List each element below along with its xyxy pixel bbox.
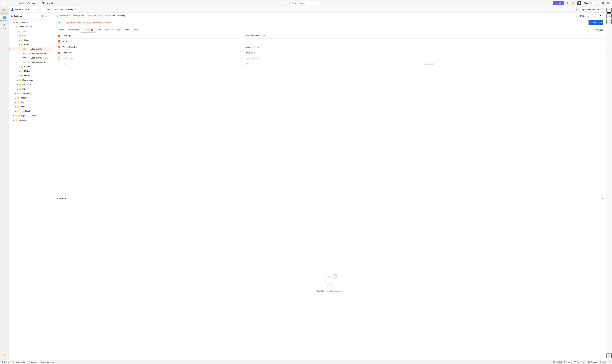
tree-item-executions[interactable]: ▶ 📁 Executions [9, 118, 53, 122]
send-dropdown-button[interactable]: ▾ [599, 20, 603, 25]
tree-item-delete[interactable]: ▶ 📁 Delete [9, 73, 53, 78]
code-snippet-button[interactable]: </> [606, 19, 612, 24]
postbot-button[interactable]: 🤖 Postbot [553, 361, 562, 363]
row-checkbox[interactable] [58, 63, 60, 65]
row-checkbox[interactable] [58, 52, 60, 54]
sidebar-item-history[interactable]: ⏱ History [1, 23, 8, 30]
tree-item-read-identity-sec[interactable]: GET Read an identity - Sec... [9, 51, 53, 56]
tenant-selector[interactable]: MyTenant CPROD ▾ [580, 8, 600, 11]
edit-button[interactable]: ✏ [592, 14, 597, 18]
sidebar-item-collections[interactable]: ⧉ Collections [1, 8, 8, 14]
tab-tests[interactable]: Tests [122, 27, 131, 33]
upgrade-button[interactable]: Upgrade ▾ [583, 1, 595, 5]
home-button[interactable]: Home [17, 1, 25, 5]
breadcrumb-item-2[interactable]: Identities [88, 14, 96, 16]
import-button[interactable]: Import [43, 8, 51, 11]
tab-add-button[interactable]: + [79, 8, 84, 11]
tree-item-memority-apis[interactable]: ▾ ⊞ Memority APIs [9, 20, 53, 25]
avatar[interactable]: U [577, 1, 581, 5]
sidebar-item-environments[interactable]: 🌐 Environments [1, 15, 8, 22]
tree-item-rights[interactable]: ▶ 📁 Rights [9, 104, 53, 109]
find-replace-button[interactable]: ⊟ Find and replace [12, 361, 27, 363]
row-checkbox[interactable] [58, 35, 60, 37]
info-button[interactable]: ℹ [606, 353, 612, 358]
invite-button[interactable]: ✦ Invite [553, 1, 564, 5]
tree-item-search[interactable]: ▶ 📁 Search [9, 65, 53, 69]
docs-button[interactable]: ☰ [598, 14, 603, 18]
tab-pre-request[interactable]: Pre-request Script [103, 27, 122, 33]
settings-button[interactable]: ⚙ [565, 1, 569, 5]
row-checkbox[interactable] [58, 46, 60, 48]
add-collection-button[interactable]: + [41, 14, 44, 18]
tree-item-read-identity[interactable]: GET Read an identity [9, 47, 53, 51]
breadcrumb-item-4[interactable]: Read [105, 14, 110, 16]
url-input[interactable] [65, 20, 588, 25]
sidebar-item-mock[interactable]: ⚡ [1, 351, 8, 358]
nav-forward-button[interactable]: → [12, 1, 15, 5]
grid-layout-button[interactable]: ⊞ [601, 8, 604, 12]
filter-button[interactable]: ☰ [44, 14, 48, 18]
tree-item-bulk[interactable]: ▶ 📁 Bulk [9, 87, 53, 91]
tab-chevron-icon[interactable]: ▾ [576, 8, 577, 11]
info-icon[interactable]: ℹ [240, 40, 245, 42]
info-icon[interactable]: ℹ [240, 46, 245, 48]
notifications-button[interactable]: 🔔 [571, 1, 576, 5]
tab-settings[interactable]: Settings [131, 27, 141, 33]
tree-item-crud[interactable]: ▾ 📁 CRUD [9, 33, 53, 38]
search-bar[interactable]: 🔍 Search Postman [287, 1, 322, 5]
maximize-button[interactable]: ⧉ [601, 1, 605, 5]
minimize-button[interactable]: ─ [596, 1, 600, 5]
method-dropdown[interactable]: GET ▾ [56, 20, 65, 25]
tree-item-update[interactable]: ▶ 📁 Update [9, 69, 53, 73]
row-checkbox[interactable] [58, 57, 60, 60]
response-toggle-icon[interactable]: ▾ [602, 197, 603, 200]
info-icon[interactable]: ℹ [240, 52, 245, 54]
comment-button[interactable]: 💬 [606, 13, 612, 18]
tab-body[interactable]: Body [95, 27, 103, 33]
more-button[interactable]: ··· [48, 14, 51, 18]
tab-params[interactable]: Params [56, 27, 66, 33]
console-button[interactable]: ▶ Console [29, 361, 37, 363]
tree-item-manage-configuration[interactable]: ▶ 📁 Manage configuration [9, 113, 53, 118]
close-button[interactable]: ✕ [606, 1, 610, 5]
tab-headers[interactable]: Headers 9 [81, 27, 95, 33]
start-proxy-button[interactable]: ⇄ Start Proxy [574, 361, 585, 363]
tree-item-password[interactable]: ▶ 📁 Password [9, 82, 53, 87]
tree-item-manage-objects[interactable]: ▾ 📁 Manage objects [9, 25, 53, 29]
api-network-button[interactable]: API Network ▾ [41, 1, 55, 5]
save-button[interactable]: 💾 Save ▾ [579, 14, 591, 18]
hamburger-button[interactable]: ☰ [2, 1, 5, 5]
header-value-placeholder[interactable]: Value [245, 62, 424, 66]
tree-item-resources[interactable]: ▶ 📁 Resources [9, 96, 53, 100]
runner-button[interactable]: ▶ Runner [564, 361, 572, 363]
breadcrumb-item-0[interactable]: Memority APIs [59, 14, 71, 16]
workspaces-button[interactable]: Workspaces ▾ [26, 1, 40, 5]
nav-back-button[interactable]: ← [7, 1, 11, 5]
online-status[interactable]: Online [2, 361, 9, 363]
tab-close-icon[interactable]: ✕ [75, 8, 77, 11]
breadcrumb-item-1[interactable]: Manage objects [73, 14, 87, 16]
row-checkbox[interactable] [58, 40, 60, 42]
tree-item-read-identity-my[interactable]: GET Read an identity - My ... [9, 56, 53, 60]
tree-item-role-assignment[interactable]: ▶ 📁 Role assignment [9, 78, 53, 82]
trash-button[interactable]: 🗑 Trash [599, 361, 606, 363]
tree-item-organization[interactable]: ▶ 📁 Organization [9, 91, 53, 96]
tree-item-read-identity-rol[interactable]: GET Read an identity - Rol... [9, 60, 53, 65]
save-request-button[interactable]: 💾 [606, 8, 612, 13]
cookies-button[interactable]: 🍪 Cookies [588, 361, 597, 363]
tree-item-create[interactable]: ▶ 📁 Create [9, 38, 53, 42]
tree-item-model-loader[interactable]: ▶ 📁 Model loader [9, 109, 53, 113]
header-key-placeholder[interactable]: Key [62, 62, 240, 66]
cookies-link[interactable]: Cookies [596, 29, 603, 31]
tab-read-identity[interactable]: GET Read an identity ✕ [53, 6, 79, 13]
tree-item-roles[interactable]: ▶ 📁 Roles [9, 100, 53, 104]
tab-authorization[interactable]: Authorization [66, 27, 81, 33]
breadcrumb-item-3[interactable]: CRUD [98, 14, 103, 16]
info-icon[interactable]: ℹ [240, 35, 245, 37]
tree-item-identities[interactable]: ▾ 📁 Identities [9, 29, 53, 33]
new-button[interactable]: New [36, 8, 42, 11]
send-button[interactable]: Send [588, 20, 599, 25]
tree-item-read[interactable]: ▾ 📁 Read [9, 42, 53, 47]
header-desc-placeholder[interactable]: Description [424, 62, 603, 66]
layout-button[interactable]: ⊞ [609, 361, 610, 363]
